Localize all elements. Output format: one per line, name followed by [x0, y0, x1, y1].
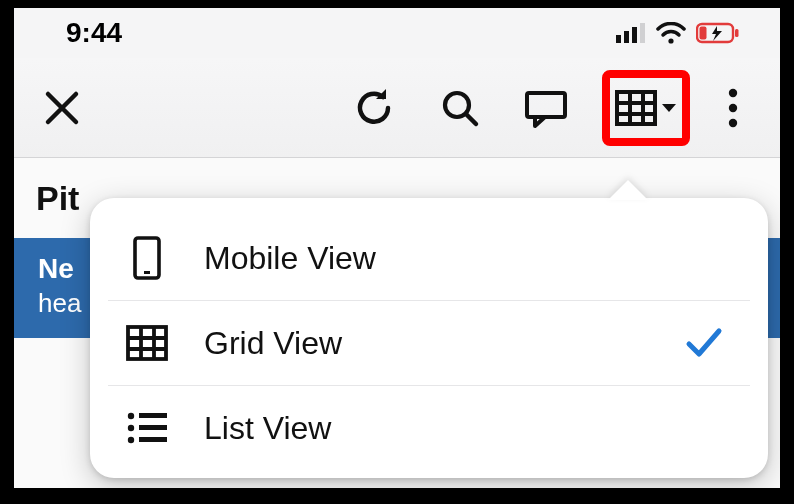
svg-rect-1 — [624, 31, 629, 43]
svg-point-12 — [729, 103, 737, 111]
svg-point-4 — [668, 38, 673, 43]
frame: 9:44 — [0, 0, 794, 504]
comment-icon — [523, 88, 569, 128]
svg-rect-9 — [527, 93, 565, 117]
wifi-icon — [656, 22, 686, 44]
close-button[interactable] — [32, 78, 92, 138]
refresh-icon — [352, 86, 396, 130]
signal-icon — [616, 23, 646, 43]
svg-rect-20 — [139, 425, 167, 430]
svg-rect-2 — [632, 27, 637, 43]
message-text: Ne hea — [38, 252, 81, 320]
mobile-icon — [124, 235, 170, 281]
svg-rect-3 — [640, 23, 645, 43]
search-icon — [438, 86, 482, 130]
menu-item-label: List View — [204, 410, 650, 447]
comments-button[interactable] — [516, 78, 576, 138]
toolbar — [14, 58, 780, 158]
list-icon — [124, 410, 170, 446]
close-icon — [42, 88, 82, 128]
screen: 9:44 — [14, 8, 780, 488]
menu-item-label: Mobile View — [204, 240, 650, 277]
chevron-down-icon — [660, 101, 678, 115]
svg-rect-7 — [735, 29, 739, 37]
grid-icon — [124, 323, 170, 363]
menu-item-mobile-view[interactable]: Mobile View — [90, 216, 768, 300]
refresh-button[interactable] — [344, 78, 404, 138]
svg-rect-0 — [616, 35, 621, 43]
svg-rect-15 — [144, 271, 150, 274]
svg-rect-18 — [139, 413, 167, 418]
menu-item-grid-view[interactable]: Grid View — [90, 301, 768, 385]
status-right — [616, 22, 740, 44]
more-vertical-icon — [727, 87, 739, 129]
svg-point-11 — [729, 88, 737, 96]
svg-rect-16 — [128, 327, 166, 359]
battery-low-icon — [696, 22, 740, 44]
message-line2: hea — [38, 286, 81, 320]
grid-icon — [614, 88, 658, 128]
message-line1: Ne — [38, 252, 81, 286]
popover-caret — [608, 180, 648, 200]
menu-item-list-view[interactable]: List View — [90, 386, 768, 470]
svg-rect-22 — [139, 437, 167, 442]
svg-rect-6 — [700, 27, 707, 40]
menu-item-label: Grid View — [204, 325, 650, 362]
svg-point-13 — [729, 118, 737, 126]
svg-point-17 — [128, 413, 134, 419]
view-switcher-menu: Mobile View Grid View List View — [90, 198, 768, 478]
status-time: 9:44 — [66, 17, 122, 49]
svg-point-21 — [128, 437, 134, 443]
search-button[interactable] — [430, 78, 490, 138]
more-button[interactable] — [716, 78, 750, 138]
check-icon — [684, 325, 724, 361]
svg-rect-10 — [617, 92, 655, 124]
view-switcher-button[interactable] — [602, 70, 690, 146]
status-bar: 9:44 — [14, 8, 780, 58]
svg-point-19 — [128, 425, 134, 431]
